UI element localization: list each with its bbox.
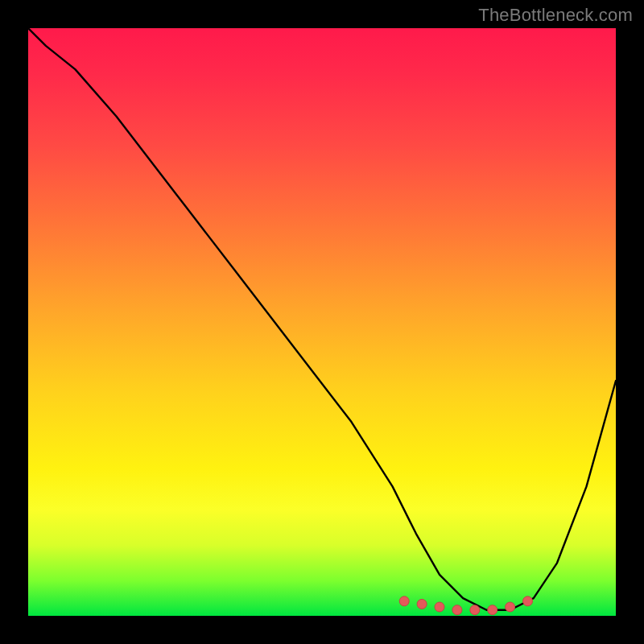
- watermark-text: TheBottleneck.com: [478, 5, 633, 26]
- gradient-plot-background: [28, 28, 616, 616]
- chart-frame: TheBottleneck.com: [0, 0, 644, 644]
